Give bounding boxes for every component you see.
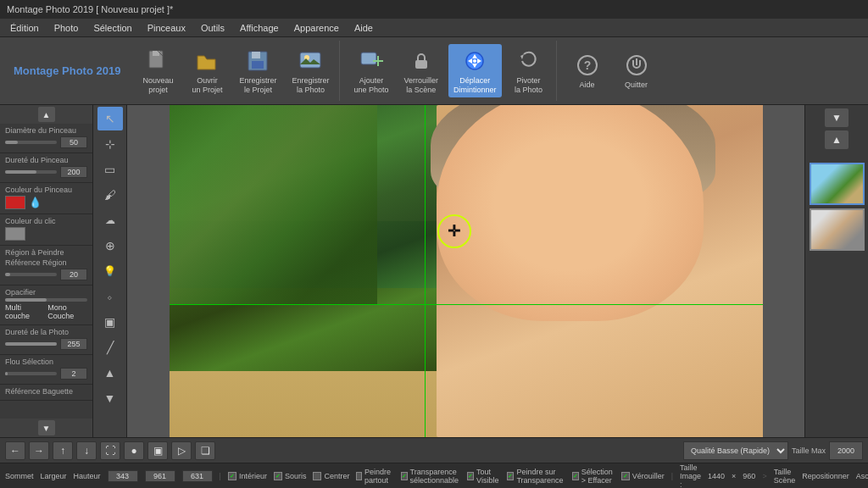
brush-diameter-section: Diamètre du Pinceau (0, 124, 92, 153)
lock-scene-button[interactable]: Verrouillerla Scène (399, 44, 444, 98)
click-color-swatch[interactable] (5, 227, 25, 241)
peindre-partout-label: Peindre partout (364, 468, 394, 485)
peindre-trans-checkbox[interactable]: Peindre sur Transparence (507, 468, 565, 485)
save-project-button[interactable]: Enregistrerle Projet (234, 44, 281, 98)
undo-button[interactable]: ← (5, 441, 25, 460)
menu-apparence[interactable]: Apparence (287, 21, 346, 35)
save-photo-button[interactable]: Enregistrerla Photo (287, 44, 334, 98)
circle-button[interactable]: ● (124, 441, 144, 460)
menu-outils[interactable]: Outils (194, 21, 231, 35)
plus-tool[interactable]: ⊕ (97, 234, 123, 258)
line-tool[interactable]: ╱ (97, 336, 123, 359)
rect-sel-tool[interactable]: ▣ (97, 310, 123, 334)
rect-tool[interactable]: ▭ (97, 158, 123, 181)
blur-selection-section: Flou Sélection (0, 355, 92, 385)
up-button[interactable]: ↑ (53, 441, 73, 460)
brush-diameter-slider[interactable] (5, 141, 57, 144)
verrouiller-checkbox[interactable]: Vérouiller (621, 472, 665, 480)
down-button[interactable]: ↓ (76, 441, 97, 460)
menu-aide[interactable]: Aide (348, 21, 380, 35)
canvas-area[interactable]: ✛ (127, 105, 804, 437)
interieur-checkbox[interactable]: Intérieur (228, 472, 267, 480)
transparence-sel-checkbox[interactable]: Transparence sélectionnable (401, 468, 461, 485)
centrer-checkbox[interactable]: Centrer (313, 472, 349, 480)
brush-tool[interactable]: 🖌 (97, 183, 123, 207)
eyedropper-icon[interactable]: 💧 (29, 197, 42, 208)
taille-image-label: Taille Image : (680, 463, 701, 489)
blur-slider[interactable] (5, 372, 57, 375)
peindre-partout-checkbox[interactable]: Peindre partout (356, 468, 393, 485)
scroll-down-left[interactable]: ▼ (38, 420, 55, 435)
thumbnail-2[interactable] (810, 208, 865, 251)
play-button[interactable]: ▷ (171, 441, 192, 460)
new-project-button[interactable]: Nouveauprojet (136, 44, 180, 98)
photo-hardness-section: Dureté de la Photo (0, 325, 92, 355)
taille-image-value: 1440 (708, 472, 725, 480)
pos-x-input[interactable] (108, 470, 138, 482)
lock-scene-icon (408, 47, 435, 75)
taille-max-input[interactable] (829, 441, 863, 460)
svg-text:?: ? (583, 58, 591, 72)
brush-hardness-slider[interactable] (5, 170, 57, 174)
help-icon: ? (574, 52, 601, 79)
fit-button[interactable]: ⛶ (100, 441, 120, 460)
quality-select[interactable]: Qualité Basse (Rapide) Qualité Haute (683, 441, 788, 460)
ref-region-label: Référence Région (5, 258, 87, 267)
brush-hardness-section: Dureté du Pinceau (0, 153, 92, 183)
brush-color-swatch[interactable] (5, 196, 25, 209)
brush-hardness-label: Dureté du Pinceau (5, 156, 87, 164)
copy-button[interactable]: ❏ (195, 441, 215, 460)
crosshair-cursor: ✛ (448, 222, 460, 241)
menu-affichage[interactable]: Affichage (233, 21, 286, 35)
souris-checkbox[interactable]: Souris (274, 472, 307, 480)
pos-y-input[interactable] (145, 470, 175, 482)
menu-photo[interactable]: Photo (47, 21, 86, 35)
tout-visible-checkbox[interactable]: Tout Visible (467, 468, 500, 485)
size-w-input[interactable] (182, 470, 213, 482)
triangle-dn-tool[interactable]: ▼ (97, 386, 123, 410)
right-panel-up-arrow[interactable]: ▲ (825, 130, 849, 149)
title-bar: Montage Photo 2019 [ Nouveau projet ]* (0, 0, 868, 19)
lock-scene-label: Verrouillerla Scène (404, 76, 439, 95)
taille-image-h: 960 (743, 472, 755, 480)
thumbnail-1[interactable] (810, 163, 865, 205)
photo-hardness-label: Dureté de la Photo (5, 328, 87, 336)
open-project-button[interactable]: Ouvrirun Projet (185, 44, 229, 98)
save-project-icon (244, 47, 271, 75)
bulb-tool[interactable]: 💡 (97, 259, 123, 283)
quit-button[interactable]: Quitter (615, 48, 659, 93)
rotate-button[interactable]: Pivoterla Photo (507, 44, 551, 98)
rotate-label: Pivoterla Photo (515, 76, 542, 95)
selection-effacer-checkbox[interactable]: Sélection > Effacer (572, 468, 615, 485)
blur-input[interactable] (60, 368, 87, 380)
rotate-icon (515, 47, 542, 75)
move-button[interactable]: DéplacerDimintionner (448, 44, 502, 98)
brush-hardness-input[interactable] (60, 166, 87, 178)
opacity-slider[interactable] (5, 298, 87, 302)
selection-effacer-label: Sélection > Effacer (581, 468, 615, 485)
menu-pinceaux[interactable]: Pinceaux (141, 21, 192, 35)
largeur-label: Largeur (41, 472, 67, 480)
redo-button[interactable]: → (29, 441, 49, 460)
vertical-guide (425, 105, 426, 437)
add-photo-button[interactable]: Ajouterune Photo (348, 44, 393, 98)
right-panel-down-arrow[interactable]: ▼ (825, 108, 849, 127)
arrow-tool[interactable]: ↖ (97, 107, 123, 130)
bulb2-tool[interactable]: ⬦ (97, 285, 123, 308)
horizontal-guide (170, 304, 763, 305)
photo-hardness-input[interactable] (60, 338, 87, 350)
move-tool[interactable]: ⊹ (97, 132, 123, 156)
ref-region-slider[interactable] (5, 273, 57, 276)
photo-hardness-slider[interactable] (5, 342, 57, 346)
menu-edition[interactable]: Édition (3, 21, 46, 35)
scroll-up-left[interactable]: ▲ (38, 107, 55, 122)
ref-region-input[interactable] (60, 269, 87, 280)
brush-diameter-input[interactable] (60, 136, 87, 148)
menu-selection[interactable]: Sélection (86, 21, 138, 35)
triangle-up-tool[interactable]: ▲ (97, 361, 123, 385)
rect-button[interactable]: ▣ (147, 441, 168, 460)
ascenseurs-label: Ascenseurs (856, 472, 868, 480)
brush-diameter-label: Diamètre du Pinceau (5, 126, 87, 135)
help-button[interactable]: ? Aide (565, 48, 609, 93)
cloud-tool[interactable]: ☁ (97, 208, 123, 232)
